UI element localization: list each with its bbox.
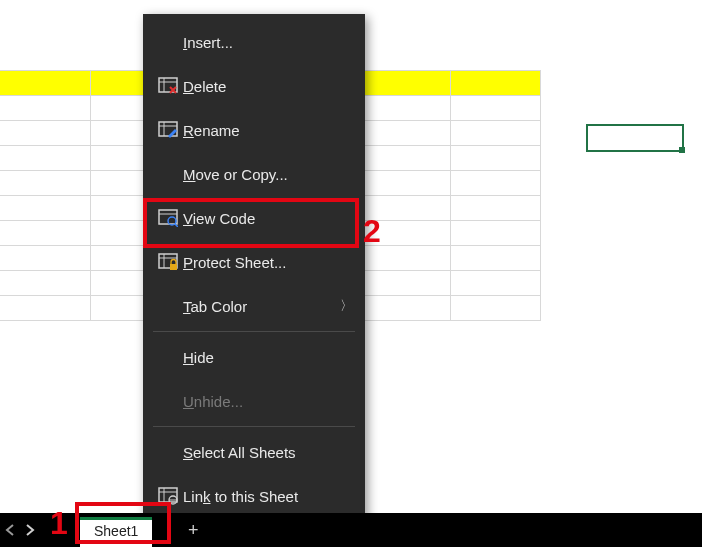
tab-nav-next[interactable] — [20, 513, 40, 547]
menu-separator — [153, 331, 355, 332]
menu-unhide: Unhide... — [143, 379, 365, 423]
menu-link-to-sheet-label: Link to this Sheet — [183, 488, 353, 505]
menu-select-all-label: Select All Sheets — [183, 444, 353, 461]
menu-insert[interactable]: Insert... — [143, 20, 365, 64]
menu-delete[interactable]: Delete — [143, 64, 365, 108]
add-sheet-button[interactable]: + — [178, 515, 208, 545]
menu-unhide-label: Unhide... — [183, 393, 353, 410]
chevron-right-icon: 〉 — [332, 297, 353, 315]
delete-sheet-icon — [153, 77, 183, 95]
menu-view-code[interactable]: View Code — [143, 196, 365, 240]
rename-icon — [153, 121, 183, 139]
menu-rename-label: Rename — [183, 122, 353, 139]
protect-sheet-icon — [153, 253, 183, 271]
menu-select-all-sheets[interactable]: Select All Sheets — [143, 430, 365, 474]
sheet-tab-bar: Sheet1 + — [0, 513, 702, 547]
menu-view-code-label: View Code — [183, 210, 353, 227]
menu-move-copy-label: Move or Copy... — [183, 166, 353, 183]
active-cell-outline[interactable] — [586, 124, 684, 152]
menu-link-to-sheet[interactable]: Link to this Sheet — [143, 474, 365, 518]
menu-tab-color-label: Tab Color — [183, 298, 332, 315]
menu-protect-sheet[interactable]: Protect Sheet... — [143, 240, 365, 284]
menu-separator — [153, 426, 355, 427]
menu-rename[interactable]: Rename — [143, 108, 365, 152]
sheet-context-menu: Insert... Delete Rename Move or Copy... … — [143, 14, 365, 524]
menu-delete-label: Delete — [183, 78, 353, 95]
menu-hide-label: Hide — [183, 349, 353, 366]
view-code-icon — [153, 209, 183, 227]
menu-insert-label: Insert... — [183, 34, 353, 51]
menu-move-copy[interactable]: Move or Copy... — [143, 152, 365, 196]
tab-nav-prev[interactable] — [0, 513, 20, 547]
link-sheet-icon — [153, 487, 183, 505]
sheet-tab-active[interactable]: Sheet1 — [80, 517, 152, 547]
menu-hide[interactable]: Hide — [143, 335, 365, 379]
svg-rect-15 — [170, 264, 177, 270]
fill-handle[interactable] — [679, 147, 685, 153]
svg-rect-5 — [159, 122, 177, 136]
menu-tab-color[interactable]: Tab Color 〉 — [143, 284, 365, 328]
menu-protect-sheet-label: Protect Sheet... — [183, 254, 353, 271]
